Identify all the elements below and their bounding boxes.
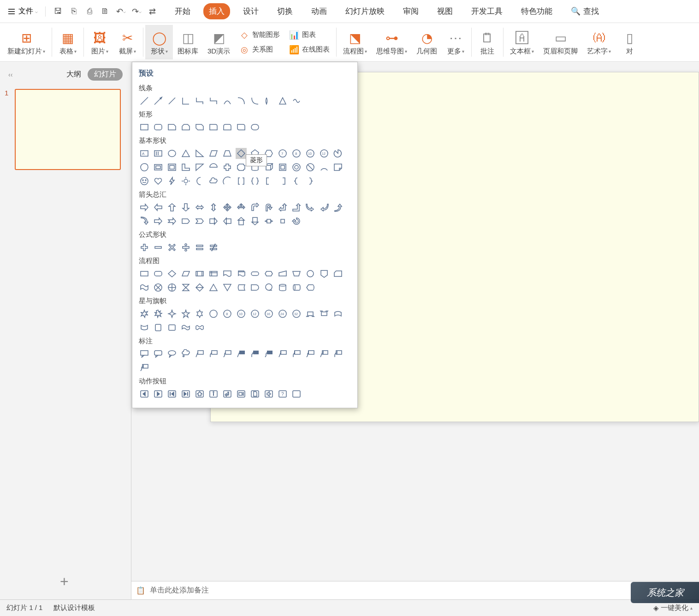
shape-plus[interactable] <box>222 162 233 173</box>
shape-right-triangle[interactable] <box>194 148 205 159</box>
comment-button[interactable]: 🗒 批注 <box>474 25 501 59</box>
beautify-button[interactable]: ◈ 一键美化 ▴ <box>653 604 693 612</box>
shape-action-movie[interactable] <box>236 388 247 399</box>
shape-star16[interactable]: 16 <box>263 308 274 319</box>
shape-decagon[interactable]: 10 <box>305 148 316 159</box>
shape-l-shape[interactable] <box>180 162 191 173</box>
shape-left-brace[interactable] <box>291 176 302 187</box>
shape-double-wave[interactable] <box>194 322 205 333</box>
shape-arrow-3way[interactable] <box>236 202 247 213</box>
shape-no-symbol[interactable] <box>305 162 316 173</box>
shape-frame[interactable] <box>153 162 164 173</box>
shape-vertical-scroll[interactable] <box>153 322 164 333</box>
shape-folded-corner[interactable] <box>332 162 344 173</box>
shape-arrow-uturn[interactable] <box>263 202 274 213</box>
shape-parallelogram[interactable] <box>208 148 219 159</box>
shape-callout-u[interactable] <box>236 216 247 227</box>
tab-review[interactable]: 审阅 <box>397 3 424 19</box>
shape-heart[interactable] <box>153 176 164 187</box>
shape-star5[interactable] <box>180 308 191 319</box>
shape-octagon[interactable]: 8 <box>291 148 302 159</box>
shape-plus-sign[interactable] <box>139 242 150 253</box>
shape-callout-rect[interactable] <box>139 348 150 359</box>
shape-callout-ba3[interactable] <box>139 362 150 373</box>
shape-diamond[interactable]: 菱形 <box>236 148 247 159</box>
shape-freeform[interactable] <box>263 95 274 106</box>
shape-fc-terminator[interactable] <box>249 268 261 279</box>
shape-callout-quad[interactable] <box>277 216 288 227</box>
shape-explosion2[interactable] <box>153 308 164 319</box>
shape-arrow-curved-l[interactable] <box>319 202 330 213</box>
shape-oval[interactable] <box>166 148 178 159</box>
shape-snip-round-rect[interactable] <box>249 122 261 133</box>
shape-callout-border1[interactable] <box>277 348 288 359</box>
shape-arrow-right[interactable] <box>139 202 150 213</box>
shape-double-arrow[interactable] <box>166 95 178 106</box>
shape-round-rect[interactable] <box>153 122 164 133</box>
shape-fc-sort[interactable] <box>194 282 205 293</box>
preview-icon[interactable]: 🗎 <box>100 6 110 17</box>
notes-bar[interactable]: 📋 单击此处添加备注 <box>131 581 699 599</box>
shape-arrow-bent-up[interactable] <box>291 202 302 213</box>
shape-fc-junction[interactable] <box>153 282 164 293</box>
shape-callout-accent2[interactable] <box>249 348 261 359</box>
shape-elbow-arrow[interactable] <box>194 95 205 106</box>
tab-slideshow[interactable]: 幻灯片放映 <box>340 3 390 19</box>
shape-multiply[interactable] <box>166 242 178 253</box>
shape-trapezoid[interactable] <box>222 148 233 159</box>
shape-elbow[interactable] <box>180 95 191 106</box>
shape-curve-double[interactable] <box>249 95 261 106</box>
shape-callout-d[interactable] <box>249 216 261 227</box>
search-button[interactable]: 🔍 查找 <box>571 6 599 17</box>
shape-arrow-bent[interactable] <box>249 202 261 213</box>
shape-fc-predefined[interactable] <box>194 268 205 279</box>
shape-horizontal-scroll[interactable] <box>166 322 178 333</box>
shape-callout-line3[interactable] <box>222 348 233 359</box>
print-icon[interactable]: ⎙ <box>84 6 95 17</box>
export-icon[interactable]: ⎘ <box>69 6 79 17</box>
shape-fc-stored[interactable] <box>236 282 247 293</box>
shape-callout-accent1[interactable] <box>236 348 247 359</box>
shape-arrow-notched[interactable] <box>166 216 178 227</box>
shape-action-help[interactable]: ? <box>277 388 288 399</box>
shape-arrow-curved-r[interactable] <box>305 202 316 213</box>
shape-fc-collate[interactable] <box>180 282 191 293</box>
shape-minus[interactable] <box>153 242 164 253</box>
shape-fc-internal[interactable] <box>208 268 219 279</box>
shape-cloud[interactable] <box>208 176 219 187</box>
shape-curved-ribbon-up[interactable] <box>332 308 344 319</box>
shape-star6[interactable] <box>194 308 205 319</box>
shape-fc-decision[interactable] <box>166 268 178 279</box>
tab-special[interactable]: 特色功能 <box>515 3 558 19</box>
shape-arc2[interactable] <box>222 176 233 187</box>
shape-fc-magnetic[interactable] <box>277 282 288 293</box>
shape-dodecagon[interactable]: 12 <box>319 148 330 159</box>
shape-star24[interactable]: 24 <box>277 308 288 319</box>
flowchart-button[interactable]: ⬔ 流程图▾ <box>338 25 372 59</box>
shape-round1-rect[interactable] <box>208 122 219 133</box>
shape-text-box[interactable]: A <box>139 148 150 159</box>
shape-snip2-rect[interactable] <box>180 122 191 133</box>
shape-fc-process[interactable] <box>139 268 150 279</box>
shape-fc-delay[interactable] <box>249 282 261 293</box>
symbol-button[interactable]: ▯ 对 <box>616 25 643 59</box>
shape-arrow-down[interactable] <box>180 202 191 213</box>
tab-outline[interactable]: 大纲 <box>66 70 81 79</box>
shape-star8[interactable]: 8 <box>222 308 233 319</box>
smartart-button[interactable]: ◇智能图形 <box>237 29 282 41</box>
shape-action-sound[interactable] <box>263 388 274 399</box>
shape-right-brace[interactable] <box>305 176 316 187</box>
online-chart-button[interactable]: 📶在线图表 <box>287 43 332 56</box>
shape-callout-ba2[interactable] <box>332 348 344 359</box>
shape-curve[interactable] <box>222 95 233 106</box>
shape-smiley[interactable] <box>139 176 150 187</box>
shape-bevel[interactable] <box>277 162 288 173</box>
new-slide-button[interactable]: ⊞ 新建幻灯片▾ <box>3 25 50 59</box>
shape-divide[interactable] <box>180 242 191 253</box>
tab-design[interactable]: 设计 <box>237 3 264 19</box>
shape-wave[interactable] <box>180 322 191 333</box>
shape-heptagon[interactable]: 7 <box>277 148 288 159</box>
shape-callout-r[interactable] <box>208 216 219 227</box>
mindmap-button[interactable]: ⊶ 思维导图▾ <box>372 25 412 59</box>
shape-fc-direct[interactable] <box>291 282 302 293</box>
